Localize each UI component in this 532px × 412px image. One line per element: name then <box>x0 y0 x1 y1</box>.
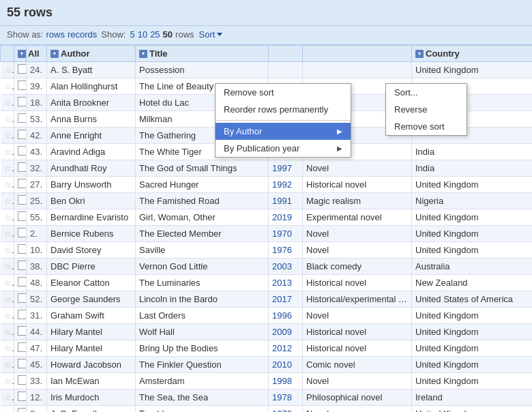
star-cell[interactable]: ☆ <box>1 308 14 324</box>
year-link[interactable]: 2019 <box>272 212 292 222</box>
star-icon[interactable]: ☆ <box>4 229 14 239</box>
checkbox-cell[interactable] <box>14 242 27 259</box>
star-icon[interactable]: ☆ <box>4 294 14 304</box>
sort-button[interactable]: Sort <box>197 29 225 40</box>
year-link[interactable]: 2003 <box>272 261 292 271</box>
star-cell[interactable]: ☆ <box>1 242 14 259</box>
star-icon[interactable]: ☆ <box>4 376 14 386</box>
row-checkbox[interactable] <box>18 261 27 270</box>
star-icon[interactable]: ☆ <box>4 310 14 321</box>
star-icon[interactable]: ☆ <box>4 327 14 337</box>
checkbox-cell[interactable] <box>14 324 27 340</box>
star-cell[interactable]: ☆ <box>1 62 14 78</box>
row-checkbox[interactable] <box>18 392 27 401</box>
reorder-rows-item[interactable]: Reorder rows permanently <box>216 101 351 118</box>
checkbox-cell[interactable] <box>14 209 27 226</box>
star-cell[interactable]: ☆ <box>1 406 14 413</box>
row-checkbox[interactable] <box>18 342 27 352</box>
checkbox-cell[interactable] <box>14 373 27 389</box>
row-checkbox[interactable] <box>18 375 27 385</box>
star-icon[interactable]: ☆ <box>4 179 14 190</box>
records-link[interactable]: records <box>68 29 97 40</box>
checkbox-cell[interactable] <box>14 95 27 111</box>
row-checkbox[interactable] <box>18 408 27 412</box>
year-link[interactable]: 1991 <box>272 196 292 206</box>
checkbox-cell[interactable] <box>14 160 27 177</box>
year-link[interactable]: 1992 <box>272 179 292 190</box>
star-icon[interactable]: ☆ <box>4 81 14 91</box>
checkbox-cell[interactable] <box>14 308 27 324</box>
star-cell[interactable]: ☆ <box>1 128 14 144</box>
checkbox-cell[interactable] <box>14 259 27 275</box>
checkbox-cell[interactable] <box>14 357 27 373</box>
all-filter-icon[interactable] <box>18 50 26 58</box>
star-cell[interactable]: ☆ <box>1 226 14 242</box>
star-icon[interactable]: ☆ <box>4 343 14 353</box>
star-icon[interactable]: ☆ <box>4 65 14 75</box>
star-cell[interactable]: ☆ <box>1 144 14 160</box>
checkbox-cell[interactable] <box>14 291 27 308</box>
checkbox-cell[interactable] <box>14 389 27 406</box>
row-checkbox[interactable] <box>18 162 27 172</box>
star-cell[interactable]: ☆ <box>1 160 14 177</box>
star-cell[interactable]: ☆ <box>1 209 14 226</box>
year-link[interactable]: 1996 <box>272 310 292 321</box>
remove-sort-item[interactable]: Remove sort <box>216 84 351 101</box>
star-cell[interactable]: ☆ <box>1 275 14 291</box>
star-cell[interactable]: ☆ <box>1 389 14 406</box>
checkbox-cell[interactable] <box>14 144 27 160</box>
star-cell[interactable]: ☆ <box>1 324 14 340</box>
star-cell[interactable]: ☆ <box>1 373 14 389</box>
row-checkbox[interactable] <box>18 244 27 254</box>
checkbox-cell[interactable] <box>14 78 27 95</box>
year-link[interactable]: 2013 <box>272 278 292 288</box>
year-link[interactable]: 1976 <box>272 245 292 255</box>
star-icon[interactable]: ☆ <box>4 359 14 370</box>
year-link[interactable]: 1998 <box>272 376 292 386</box>
star-icon[interactable]: ☆ <box>4 163 14 173</box>
star-icon[interactable]: ☆ <box>4 147 14 157</box>
year-link[interactable]: 1970 <box>272 409 292 412</box>
star-cell[interactable]: ☆ <box>1 95 14 111</box>
sort-ellipsis-item[interactable]: Sort... <box>386 84 467 101</box>
star-icon[interactable]: ☆ <box>4 98 14 108</box>
checkbox-cell[interactable] <box>14 406 27 413</box>
row-checkbox[interactable] <box>18 310 27 319</box>
checkbox-cell[interactable] <box>14 275 27 291</box>
by-publication-year-item[interactable]: By Publication year ▶ <box>216 140 351 157</box>
by-author-item[interactable]: By Author ▶ <box>216 123 351 140</box>
show-25-link[interactable]: 25 <box>150 29 160 40</box>
star-cell[interactable]: ☆ <box>1 291 14 308</box>
submenu-remove-sort-item[interactable]: Remove sort <box>386 118 467 135</box>
year-link[interactable]: 2017 <box>272 294 292 304</box>
rows-link[interactable]: rows <box>46 29 64 40</box>
row-checkbox[interactable] <box>18 179 27 188</box>
row-checkbox[interactable] <box>18 113 27 123</box>
checkbox-cell[interactable] <box>14 128 27 144</box>
star-icon[interactable]: ☆ <box>4 130 14 141</box>
year-link[interactable]: 2012 <box>272 343 292 353</box>
year-link[interactable]: 1978 <box>272 392 292 402</box>
reverse-item[interactable]: Reverse <box>386 101 467 118</box>
star-icon[interactable]: ☆ <box>4 212 14 222</box>
show-50-link[interactable]: 50 <box>163 29 173 40</box>
show-5-link[interactable]: 5 <box>130 29 134 40</box>
row-checkbox[interactable] <box>18 293 27 303</box>
star-cell[interactable]: ☆ <box>1 111 14 128</box>
star-icon[interactable]: ☆ <box>4 245 14 255</box>
row-checkbox[interactable] <box>18 80 27 90</box>
star-cell[interactable]: ☆ <box>1 340 14 357</box>
star-icon[interactable]: ☆ <box>4 278 14 288</box>
star-cell[interactable]: ☆ <box>1 259 14 275</box>
year-link[interactable]: 1997 <box>272 163 292 173</box>
row-checkbox[interactable] <box>18 326 27 336</box>
row-checkbox[interactable] <box>18 97 27 106</box>
checkbox-cell[interactable] <box>14 226 27 242</box>
star-cell[interactable]: ☆ <box>1 177 14 193</box>
star-cell[interactable]: ☆ <box>1 78 14 95</box>
row-checkbox[interactable] <box>18 146 27 156</box>
row-checkbox[interactable] <box>18 228 27 237</box>
year-link[interactable]: 2009 <box>272 327 292 337</box>
author-filter-icon[interactable] <box>50 50 59 58</box>
checkbox-cell[interactable] <box>14 111 27 128</box>
